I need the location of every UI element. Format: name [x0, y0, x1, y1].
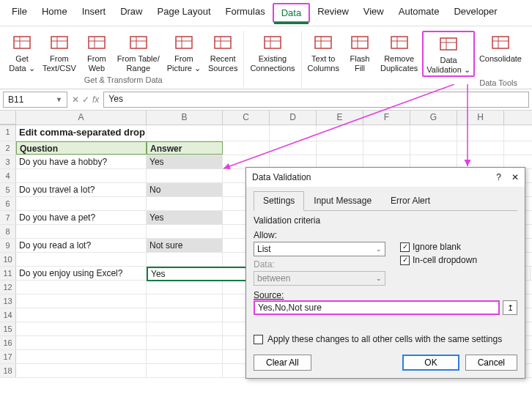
row-header[interactable]: 7 — [0, 211, 16, 224]
cell-B7[interactable]: Yes — [147, 211, 223, 224]
menu-tab-view[interactable]: View — [356, 3, 391, 23]
name-box[interactable]: B11 ▼ — [3, 92, 67, 108]
cell-B15[interactable] — [147, 322, 223, 335]
cell-A12[interactable] — [16, 281, 147, 294]
menu-tab-draw[interactable]: Draw — [113, 3, 149, 23]
cell-A11[interactable]: Do you enjoy using Excel? — [16, 267, 147, 280]
apply-all-checkbox[interactable]: Apply these changes to all other cells w… — [254, 334, 517, 344]
cell-D1[interactable] — [270, 125, 317, 141]
dialog-tab-error-alert[interactable]: Error Alert — [381, 191, 440, 210]
cell-A14[interactable] — [16, 308, 147, 322]
menu-tab-page-layout[interactable]: Page Layout — [150, 3, 218, 23]
cell-B14[interactable] — [147, 308, 223, 322]
ribbon-remove-duplicates[interactable]: RemoveDuplicates — [377, 31, 421, 77]
dialog-tab-input-message[interactable]: Input Message — [304, 191, 381, 210]
column-header-G[interactable]: G — [410, 111, 457, 125]
ignore-blank-checkbox[interactable]: ✓Ignore blank — [400, 242, 477, 252]
menu-tab-insert[interactable]: Insert — [75, 3, 114, 23]
cell-C2[interactable] — [223, 141, 270, 155]
cell-B2[interactable]: Answer — [147, 141, 223, 155]
row-header[interactable]: 16 — [0, 336, 16, 349]
allow-select[interactable]: List⌄ — [254, 242, 385, 256]
cell-H1[interactable] — [457, 125, 504, 141]
cell-B6[interactable] — [147, 197, 223, 210]
cell-B12[interactable] — [147, 281, 223, 294]
cell-E2[interactable] — [317, 141, 363, 155]
clear-all-button[interactable]: Clear All — [254, 355, 311, 371]
row-header[interactable]: 3 — [0, 155, 16, 168]
cell-A13[interactable] — [16, 294, 147, 308]
menu-tab-formulas[interactable]: Formulas — [218, 3, 273, 23]
cell-B3[interactable]: Yes — [147, 155, 223, 168]
cell-A17[interactable] — [16, 350, 147, 363]
ribbon-text-to-columns[interactable]: Text toColumns — [305, 31, 342, 77]
ok-button[interactable]: OK — [402, 355, 459, 371]
cell-A5[interactable]: Do you travel a lot? — [16, 183, 147, 196]
cell-A7[interactable]: Do you have a pet? — [16, 211, 147, 224]
menu-tab-file[interactable]: File — [4, 3, 34, 23]
cancel-icon[interactable]: ✕ — [72, 94, 79, 105]
row-header[interactable]: 14 — [0, 308, 16, 322]
cell-A18[interactable] — [16, 364, 147, 377]
cell-A3[interactable]: Do you have a hobby? — [16, 155, 147, 168]
ribbon-existing-connections[interactable]: ExistingConnections — [247, 31, 298, 74]
menu-tab-review[interactable]: Review — [310, 3, 356, 23]
fx-icon[interactable]: fx — [92, 94, 99, 105]
cell-A4[interactable] — [16, 169, 147, 182]
column-header-B[interactable]: B — [147, 111, 223, 125]
incell-dropdown-checkbox[interactable]: ✓In-cell dropdown — [400, 255, 477, 265]
cell-A10[interactable] — [16, 253, 147, 266]
column-header-E[interactable]: E — [317, 111, 363, 125]
row-header[interactable]: 12 — [0, 281, 16, 294]
ribbon-from-table-range[interactable]: From Table/Range — [114, 31, 163, 74]
range-picker-button[interactable]: ↥ — [503, 300, 517, 315]
column-header-A[interactable]: A — [16, 111, 147, 125]
cell-B11[interactable]: Yes▼ — [147, 267, 249, 281]
select-all-corner[interactable] — [0, 111, 16, 125]
enter-icon[interactable]: ✓ — [82, 94, 89, 105]
ribbon-consolidate[interactable]: Consolidate — [476, 31, 525, 77]
row-header[interactable]: 15 — [0, 322, 16, 335]
cell-B17[interactable] — [147, 350, 223, 363]
column-header-C[interactable]: C — [223, 111, 270, 125]
row-header[interactable]: 8 — [0, 225, 16, 238]
cell-A9[interactable]: Do you read a lot? — [16, 239, 147, 252]
ribbon-get-data[interactable]: GetData ⌄ — [6, 31, 38, 74]
cell-A15[interactable] — [16, 322, 147, 335]
row-header[interactable]: 4 — [0, 169, 16, 182]
row-header[interactable]: 1 — [0, 125, 16, 141]
help-button[interactable]: ? — [496, 172, 501, 182]
cell-F2[interactable] — [363, 141, 410, 155]
cell-A16[interactable] — [16, 336, 147, 349]
cell-A1[interactable]: Edit comma-separated drop down list — [16, 125, 147, 141]
cell-G2[interactable] — [410, 141, 457, 155]
column-header-H[interactable]: H — [457, 111, 504, 125]
close-button[interactable]: ✕ — [511, 172, 519, 182]
column-header-D[interactable]: D — [270, 111, 317, 125]
menu-tab-developer[interactable]: Developer — [446, 3, 504, 23]
row-header[interactable]: 11 — [0, 267, 16, 280]
ribbon-recent-sources[interactable]: RecentSources — [205, 31, 240, 74]
source-input[interactable]: Yes,No,Not sure — [254, 300, 500, 315]
cell-B16[interactable] — [147, 336, 223, 349]
ribbon-from-picture[interactable]: FromPicture ⌄ — [164, 31, 204, 74]
cell-H2[interactable] — [457, 141, 504, 155]
menu-tab-data[interactable]: Data — [273, 3, 310, 23]
cell-B4[interactable] — [147, 169, 223, 182]
cell-F1[interactable] — [363, 125, 410, 141]
cell-B5[interactable]: No — [147, 183, 223, 196]
ribbon-from-web[interactable]: FromWeb — [81, 31, 113, 74]
cancel-button[interactable]: Cancel — [465, 355, 517, 371]
row-header[interactable]: 6 — [0, 197, 16, 210]
cell-B18[interactable] — [147, 364, 223, 377]
cell-B8[interactable] — [147, 225, 223, 238]
formula-input[interactable]: Yes — [103, 92, 529, 108]
cell-B13[interactable] — [147, 294, 223, 308]
chevron-down-icon[interactable]: ▼ — [56, 96, 62, 103]
row-header[interactable]: 10 — [0, 253, 16, 266]
cell-B1[interactable] — [147, 125, 223, 141]
row-header[interactable]: 2 — [0, 141, 16, 155]
cell-G1[interactable] — [410, 125, 457, 141]
ribbon-from-text-csv[interactable]: FromText/CSV — [40, 31, 79, 74]
cell-B9[interactable]: Not sure — [147, 239, 223, 252]
